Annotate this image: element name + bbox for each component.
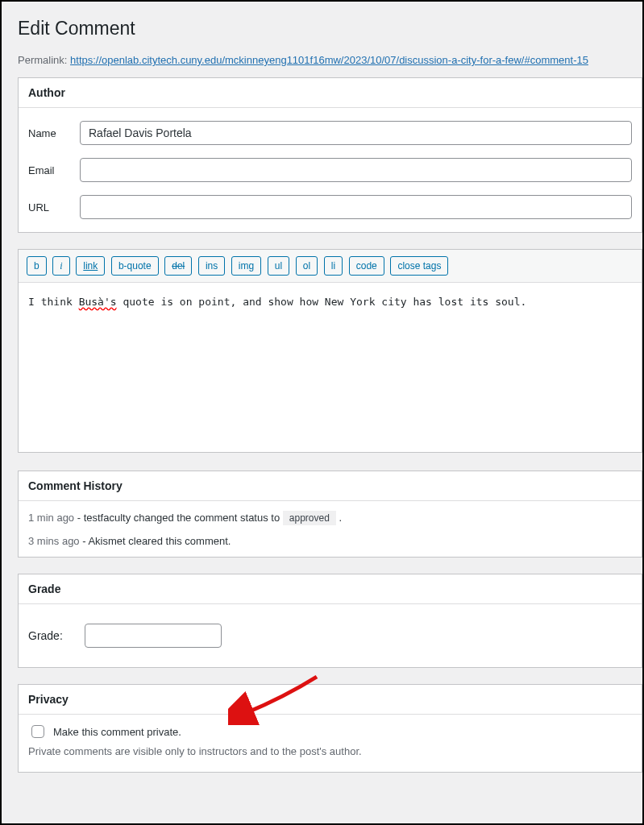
author-url-label: URL xyxy=(28,201,80,214)
author-panel: Author Name Email URL xyxy=(18,77,642,233)
privacy-help-text: Private comments are visible only to ins… xyxy=(28,745,632,757)
privacy-panel-title: Privacy xyxy=(19,685,642,715)
spellcheck-error: Busà's xyxy=(79,296,117,308)
grade-label: Grade: xyxy=(28,629,63,642)
qt-del-button[interactable]: del xyxy=(164,256,192,276)
privacy-checkbox-label: Make this comment private. xyxy=(53,726,181,738)
qt-bold-button[interactable]: b xyxy=(27,256,47,276)
privacy-checkbox-row: Make this comment private. xyxy=(28,723,632,740)
history-item: 3 mins ago - Akismet cleared this commen… xyxy=(19,535,642,557)
grade-panel: Grade Grade: xyxy=(18,574,642,668)
history-item: 1 min ago - testfaculty changed the comm… xyxy=(19,501,642,535)
author-name-row: Name xyxy=(19,108,642,158)
history-text-after: . xyxy=(336,512,342,524)
author-email-label: Email xyxy=(28,164,80,176)
history-text: - testfaculty changed the comment status… xyxy=(74,512,283,524)
history-time: 1 min ago xyxy=(28,512,74,524)
author-email-input[interactable] xyxy=(80,158,632,182)
privacy-checkbox[interactable] xyxy=(31,725,44,738)
history-panel: Comment History 1 min ago - testfaculty … xyxy=(18,471,642,558)
grade-input[interactable] xyxy=(85,624,222,648)
grade-body: Grade: xyxy=(19,604,642,667)
qt-code-button[interactable]: code xyxy=(349,256,384,276)
qt-li-button[interactable]: li xyxy=(324,256,343,276)
permalink-label: Permalink: xyxy=(18,54,67,66)
author-email-row: Email xyxy=(19,158,642,195)
author-url-row: URL xyxy=(19,195,642,232)
qt-bquote-button[interactable]: b-quote xyxy=(111,256,159,276)
grade-panel-title: Grade xyxy=(19,574,642,604)
qt-ol-button[interactable]: ol xyxy=(296,256,318,276)
italic-icon: i xyxy=(60,260,62,272)
author-url-input[interactable] xyxy=(80,195,632,219)
history-panel-title: Comment History xyxy=(19,471,642,501)
comment-editor-panel: b i link b-quote del ins img ul ol li co… xyxy=(18,249,642,453)
qt-img-button[interactable]: img xyxy=(231,256,261,276)
status-badge: approved xyxy=(283,511,336,525)
qt-italic-button[interactable]: i xyxy=(52,256,69,276)
comment-textarea[interactable]: I think Busà's quote is on point, and sh… xyxy=(19,283,642,452)
history-text: - Akismet cleared this comment. xyxy=(80,535,231,547)
qt-close-button[interactable]: close tags xyxy=(390,256,448,276)
qt-link-button[interactable]: link xyxy=(76,256,105,276)
qt-ul-button[interactable]: ul xyxy=(268,256,289,276)
qt-ins-button[interactable]: ins xyxy=(198,256,225,276)
page-title: Edit Comment xyxy=(18,18,642,39)
author-name-label: Name xyxy=(28,127,80,139)
privacy-panel: Privacy Make this comment private. Priva… xyxy=(18,684,642,773)
permalink-link[interactable]: https://openlab.citytech.cuny.edu/mckinn… xyxy=(70,54,588,66)
privacy-body: Make this comment private. Private comme… xyxy=(19,715,642,772)
strikethrough-icon: del xyxy=(172,260,185,272)
permalink-row: Permalink: https://openlab.citytech.cuny… xyxy=(18,54,642,66)
history-time: 3 mins ago xyxy=(28,535,80,547)
author-panel-title: Author xyxy=(19,78,642,108)
editor-text-suffix: quote is on point, and show how New York… xyxy=(117,296,527,308)
edit-comment-screen: Edit Comment Permalink: https://openlab.… xyxy=(0,0,644,825)
author-name-input[interactable] xyxy=(80,121,632,145)
underline-icon: link xyxy=(83,260,98,272)
quicktags-toolbar: b i link b-quote del ins img ul ol li co… xyxy=(19,250,642,283)
editor-text-prefix: I think xyxy=(28,296,79,308)
